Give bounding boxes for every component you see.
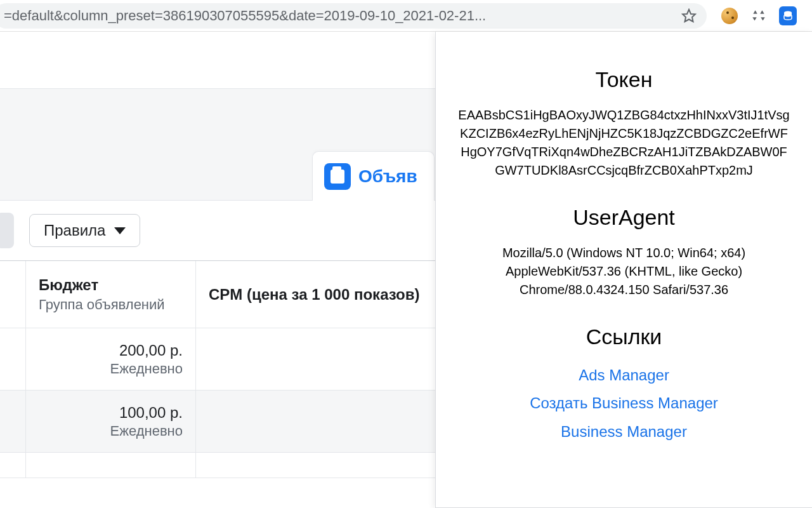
truncated-button[interactable] <box>0 213 14 248</box>
useragent-heading: UserAgent <box>451 205 797 230</box>
cell-budget: 100,00 р. <box>119 404 183 422</box>
extension-icons-tray <box>713 7 804 25</box>
token-heading: Токен <box>451 67 797 92</box>
cell-budget: 200,00 р. <box>119 342 183 359</box>
chevron-down-icon <box>114 227 126 234</box>
bookmark-star-icon[interactable] <box>681 8 697 27</box>
th-sort[interactable] <box>0 261 26 328</box>
token-value[interactable]: EAABsbCS1iHgBAOxyJWQ1ZBG84ctxzHhINxxV3tI… <box>451 106 797 180</box>
rules-label: Правила <box>44 222 105 239</box>
th-budget-sub: Группа объявлений <box>39 297 183 313</box>
link-business-manager[interactable]: Business Manager <box>561 420 687 444</box>
cookie-extension-icon[interactable] <box>721 7 738 25</box>
tab-ads[interactable]: Объяв <box>312 151 435 201</box>
recycle-extension-icon[interactable] <box>750 7 768 25</box>
cell-frequency: Ежедневно <box>110 361 183 377</box>
url-field[interactable]: =default&column_preset=386190307055595&d… <box>0 3 707 29</box>
links-heading: Ссылки <box>451 324 797 349</box>
database-extension-icon[interactable] <box>779 7 797 25</box>
links-list: Ads Manager Создать Business Manager Bus… <box>451 363 797 444</box>
url-text: =default&column_preset=386190307055595&d… <box>4 8 486 24</box>
th-budget[interactable]: Бюджет Группа объявлений <box>26 261 196 328</box>
tab-ads-label: Объяв <box>358 166 417 187</box>
link-create-business-manager[interactable]: Создать Business Manager <box>530 391 718 415</box>
link-ads-manager[interactable]: Ads Manager <box>579 363 669 387</box>
svg-marker-0 <box>683 10 695 22</box>
useragent-value[interactable]: Mozilla/5.0 (Windows NT 10.0; Win64; x64… <box>451 244 797 299</box>
browser-url-bar: =default&column_preset=386190307055595&d… <box>0 0 812 32</box>
extension-popup: Токен EAABsbCS1iHgBAOxyJWQ1ZBG84ctxzHhIN… <box>435 32 812 508</box>
th-budget-title: Бюджет <box>39 276 183 294</box>
rules-dropdown[interactable]: Правила <box>29 214 140 247</box>
cell-frequency: Ежедневно <box>110 423 183 439</box>
ads-tab-icon <box>324 163 351 190</box>
